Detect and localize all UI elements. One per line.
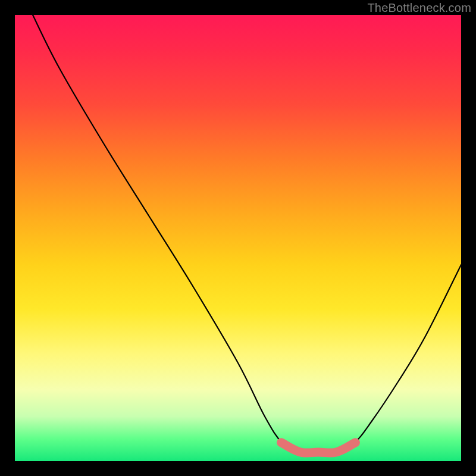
bottleneck-curve [33, 15, 461, 453]
chart-frame: TheBottleneck.com [0, 0, 476, 476]
attribution-text: TheBottleneck.com [367, 1, 471, 15]
plot-border [15, 15, 461, 461]
coral-band [281, 443, 356, 453]
chart-overlay [15, 15, 461, 461]
